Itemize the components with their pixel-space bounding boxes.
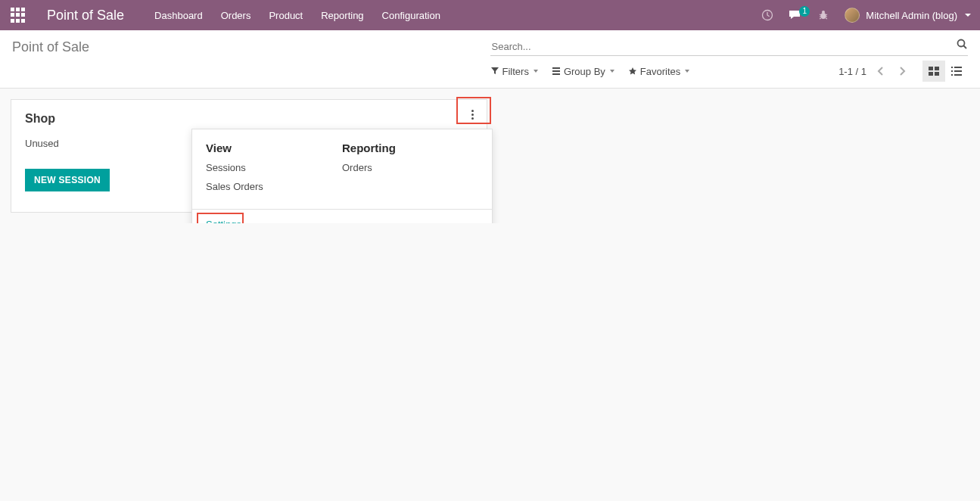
pager-next[interactable] [895, 64, 909, 78]
list-icon [552, 67, 561, 76]
svg-rect-5 [935, 67, 939, 70]
svg-rect-11 [954, 70, 962, 72]
kanban-icon [928, 66, 940, 76]
kanban-area: Shop Unused NEW SESSION View Sessions Sa… [0, 89, 980, 223]
dropdown-col-view: View Sessions Sales Orders [206, 142, 342, 200]
card-dropdown: View Sessions Sales Orders Reporting Ord… [191, 129, 493, 223]
svg-rect-12 [951, 74, 953, 76]
star-icon [628, 67, 637, 76]
filters-button[interactable]: Filters [490, 66, 538, 77]
apps-grid-icon[interactable] [11, 8, 26, 23]
dropdown-link-sessions[interactable]: Sessions [206, 162, 342, 173]
pager-text: 1-1 / 1 [838, 66, 866, 77]
search-icon[interactable] [956, 38, 968, 50]
menu-dashboard[interactable]: Dashboard [154, 10, 203, 21]
dropdown-header-reporting: Reporting [342, 142, 478, 154]
groupby-button[interactable]: Group By [552, 66, 614, 77]
dropdown-col-reporting: Reporting Orders [342, 142, 478, 200]
app-brand[interactable]: Point of Sale [47, 8, 124, 23]
avatar [845, 8, 860, 23]
menu-reporting[interactable]: Reporting [321, 10, 363, 21]
dropdown-header-view: View [206, 142, 342, 154]
top-navbar: Point of Sale Dashboard Orders Product R… [0, 0, 980, 30]
card-kebab-menu[interactable] [465, 106, 479, 123]
svg-point-1 [821, 13, 826, 19]
svg-rect-6 [929, 72, 933, 76]
messages-icon[interactable]: 1 [789, 9, 802, 21]
chevron-down-icon [965, 14, 971, 17]
svg-point-2 [822, 11, 825, 14]
breadcrumb: Point of Sale [12, 39, 89, 55]
chevron-down-icon [610, 70, 614, 73]
pos-card-shop: Shop Unused NEW SESSION View Sessions Sa… [11, 99, 487, 213]
new-session-button[interactable]: NEW SESSION [25, 169, 110, 191]
menu-orders[interactable]: Orders [221, 10, 251, 21]
chevron-down-icon [685, 70, 689, 73]
favorites-button[interactable]: Favorites [628, 66, 689, 77]
debug-bug-icon[interactable] [817, 9, 829, 21]
kanban-view-button[interactable] [922, 61, 945, 82]
svg-rect-7 [935, 72, 939, 76]
menu-configuration[interactable]: Configuration [382, 10, 440, 21]
card-title: Shop [25, 112, 473, 126]
dropdown-link-sales-orders[interactable]: Sales Orders [206, 181, 342, 192]
dropdown-link-orders[interactable]: Orders [342, 162, 478, 173]
menu-product[interactable]: Product [269, 10, 303, 21]
user-name-label: Mitchell Admin (blog) [866, 10, 957, 21]
search-area [490, 38, 969, 56]
main-menu: Dashboard Orders Product Reporting Confi… [154, 10, 440, 21]
control-panel: Point of Sale Filters Group By Favorites [0, 30, 980, 89]
list-icon [950, 66, 963, 76]
svg-rect-4 [929, 67, 933, 70]
svg-rect-13 [954, 74, 962, 76]
filter-icon [490, 67, 499, 76]
dropdown-link-settings[interactable]: Settings [206, 219, 241, 223]
svg-rect-8 [951, 67, 953, 68]
user-menu[interactable]: Mitchell Admin (blog) [845, 8, 971, 23]
pager-prev[interactable] [874, 64, 888, 78]
activity-clock-icon[interactable] [761, 9, 773, 21]
messages-badge: 1 [799, 6, 810, 17]
svg-rect-10 [951, 70, 953, 72]
chevron-down-icon [534, 70, 538, 73]
svg-rect-9 [954, 67, 962, 68]
search-input[interactable] [490, 38, 969, 56]
list-view-button[interactable] [945, 61, 968, 82]
